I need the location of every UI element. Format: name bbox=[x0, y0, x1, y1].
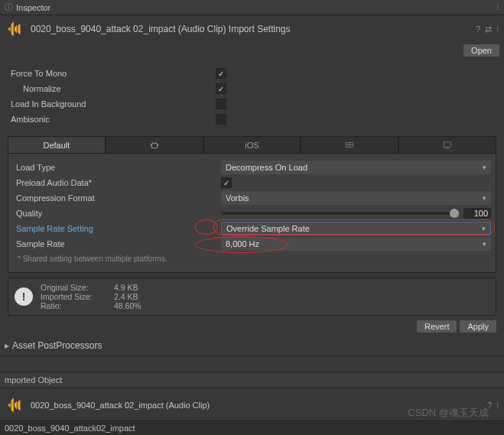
quality-label: Quality bbox=[13, 209, 221, 218]
standalone-icon bbox=[442, 140, 453, 151]
preload-label: Preload Audio Data* bbox=[13, 178, 221, 187]
import-stats: ! Original Size: 4.9 KB Imported Size: 2… bbox=[8, 278, 496, 316]
audio-clip-icon bbox=[5, 18, 26, 40]
audio-properties: Force To Mono Normalize Load In Backgrou… bbox=[0, 61, 504, 131]
asset-title: 0020_boss_9040_attack 02_impact (Audio C… bbox=[31, 24, 476, 34]
apply-button[interactable]: Apply bbox=[460, 320, 496, 333]
ambisonic-checkbox[interactable] bbox=[216, 114, 226, 125]
android-icon bbox=[149, 140, 160, 151]
svg-rect-3 bbox=[444, 141, 450, 146]
footer-status-bar: 0020_boss_9040_attack02_impact bbox=[0, 420, 504, 435]
tab-ios[interactable]: iOS bbox=[203, 136, 301, 153]
load-in-background-checkbox[interactable] bbox=[216, 99, 226, 109]
ambisonic-label: Ambisonic bbox=[8, 115, 216, 124]
force-to-mono-label: Force To Mono bbox=[8, 69, 216, 78]
help-icon[interactable]: ? bbox=[487, 401, 492, 410]
preset-icon[interactable]: ⇄ bbox=[485, 24, 492, 34]
info-icon: ! bbox=[15, 287, 33, 306]
ratio-value: 48.60% bbox=[114, 301, 152, 310]
imported-size-label: Imported Size: bbox=[41, 292, 109, 301]
load-type-label: Load Type bbox=[13, 163, 221, 172]
platform-settings: Load Type Decompress On Load Preload Aud… bbox=[8, 154, 496, 273]
force-to-mono-checkbox[interactable] bbox=[216, 68, 226, 79]
imported-size-value: 2.4 KB bbox=[114, 292, 152, 301]
asset-header: 0020_boss_9040_attack 02_impact (Audio C… bbox=[0, 15, 504, 43]
preload-checkbox[interactable] bbox=[221, 177, 232, 188]
normalize-label: Normalize bbox=[8, 84, 216, 93]
expand-arrow-icon: ▸ bbox=[5, 340, 9, 351]
lock-icon[interactable]: ⁝ bbox=[496, 2, 499, 12]
load-type-dropdown[interactable]: Decompress On Load bbox=[221, 161, 491, 174]
quality-slider-thumb[interactable] bbox=[450, 209, 459, 218]
sample-rate-setting-dropdown[interactable]: Override Sample Rate bbox=[221, 222, 491, 235]
tab-webgl[interactable] bbox=[301, 136, 398, 153]
original-size-value: 4.9 KB bbox=[114, 283, 152, 292]
compression-format-dropdown[interactable]: Vorbis bbox=[221, 191, 491, 205]
tab-default[interactable]: Default bbox=[8, 136, 106, 153]
menu-icon[interactable]: ⁝ bbox=[496, 24, 499, 34]
quality-value[interactable]: 100 bbox=[463, 208, 491, 219]
platform-tabs: Default iOS bbox=[8, 136, 496, 154]
help-icon[interactable]: ? bbox=[476, 24, 480, 34]
original-size-label: Original Size: bbox=[41, 283, 109, 292]
tab-standalone[interactable] bbox=[398, 136, 496, 153]
inspector-tab-icon: ⓘ bbox=[5, 2, 13, 13]
divider bbox=[0, 355, 504, 356]
normalize-checkbox[interactable] bbox=[216, 83, 226, 94]
shared-setting-note: * Shared setting between multiple platfo… bbox=[13, 252, 491, 266]
imported-object-title: 0020_boss_9040_attack 02_impact (Audio C… bbox=[31, 401, 487, 410]
revert-button[interactable]: Revert bbox=[417, 320, 457, 333]
imported-object-row: 0020_boss_9040_attack 02_impact (Audio C… bbox=[0, 388, 504, 422]
sample-rate-label: Sample Rate bbox=[13, 239, 221, 248]
menu-icon[interactable]: ⁝ bbox=[496, 401, 499, 411]
quality-slider[interactable] bbox=[221, 212, 459, 215]
tab-android[interactable] bbox=[106, 136, 203, 153]
inspector-tab-header: ⓘ Inspector ⁝ bbox=[0, 0, 504, 15]
webgl-icon bbox=[344, 140, 355, 151]
asset-postprocessors-header[interactable]: ▸ Asset PostProcessors bbox=[0, 337, 504, 354]
open-button[interactable]: Open bbox=[463, 44, 499, 57]
load-in-background-label: Load In Background bbox=[8, 99, 216, 109]
compression-format-label: Compression Format bbox=[13, 193, 221, 203]
sample-rate-setting-label: Sample Rate Setting bbox=[13, 224, 221, 233]
inspector-tab-label[interactable]: Inspector bbox=[16, 3, 50, 12]
audio-clip-icon bbox=[5, 394, 26, 416]
ratio-label: Ratio: bbox=[41, 301, 109, 310]
imported-object-header: mported Object bbox=[0, 372, 504, 388]
sample-rate-dropdown[interactable]: 8,000 Hz bbox=[221, 237, 491, 251]
